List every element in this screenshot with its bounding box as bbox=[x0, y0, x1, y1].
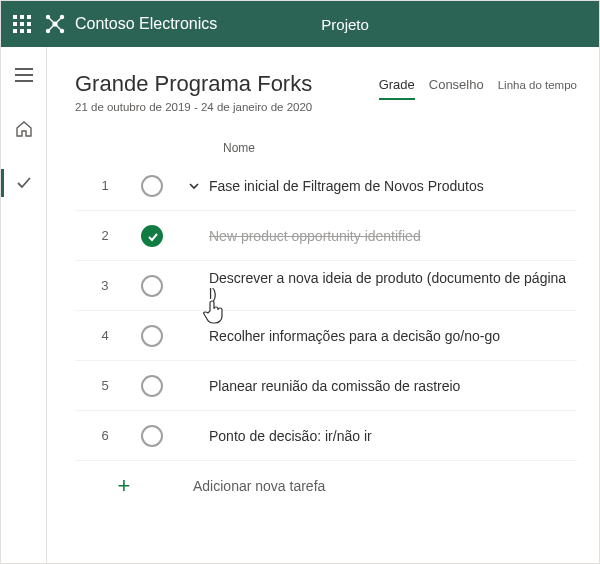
svg-line-6 bbox=[56, 18, 61, 23]
task-name: Ponto de decisão: ir/não ir bbox=[209, 428, 372, 444]
task-name: New product opportunity identified bbox=[209, 228, 421, 244]
row-number: 4 bbox=[75, 328, 135, 343]
task-complete-toggle[interactable] bbox=[141, 175, 163, 197]
row-number: 5 bbox=[75, 378, 135, 393]
table-row[interactable]: 1 Fase inicial de Filtragem de Novos Pro… bbox=[75, 161, 577, 211]
plus-icon: + bbox=[113, 475, 135, 497]
nav-home-button[interactable] bbox=[1, 111, 47, 147]
tab-timeline[interactable]: Linha do tempo bbox=[498, 79, 577, 97]
row-number: 6 bbox=[75, 428, 135, 443]
row-number: 1 bbox=[75, 178, 135, 193]
task-name: Descrever a nova ideia de produto (docum… bbox=[209, 270, 577, 302]
row-number: 2 bbox=[75, 228, 135, 243]
project-title: Grande Programa Forks bbox=[75, 71, 312, 97]
tab-grid[interactable]: Grade bbox=[379, 77, 415, 100]
task-name: Fase inicial de Filtragem de Novos Produ… bbox=[209, 178, 484, 194]
check-icon bbox=[146, 230, 160, 244]
task-complete-toggle[interactable] bbox=[141, 425, 163, 447]
task-name: Planear reunião da comissão de rastreio bbox=[209, 378, 460, 394]
app-name: Projeto bbox=[321, 16, 369, 33]
app-launcher-icon[interactable] bbox=[13, 15, 31, 33]
nav-menu-button[interactable] bbox=[1, 57, 47, 93]
nav-tasks-button[interactable] bbox=[1, 165, 47, 201]
home-icon bbox=[15, 120, 33, 138]
checkmark-icon bbox=[15, 174, 33, 192]
table-row[interactable]: 6 Ponto de decisão: ir/não ir bbox=[75, 411, 577, 461]
org-name: Contoso Electronics bbox=[75, 15, 217, 33]
row-number: 3 bbox=[75, 278, 135, 293]
svg-line-8 bbox=[56, 25, 61, 30]
svg-line-5 bbox=[49, 18, 54, 23]
table-row[interactable]: 4 Recolher informações para a decisão go… bbox=[75, 311, 577, 361]
task-list: 1 Fase inicial de Filtragem de Novos Pro… bbox=[75, 161, 577, 511]
top-bar: Contoso Electronics Projeto bbox=[1, 1, 599, 47]
project-date-range: 21 de outubro de 2019 - 24 de janeiro de… bbox=[75, 101, 312, 113]
chevron-down-icon bbox=[188, 180, 200, 192]
column-header-name: Nome bbox=[223, 141, 577, 155]
tab-board[interactable]: Conselho bbox=[429, 77, 484, 98]
task-complete-toggle[interactable] bbox=[141, 375, 163, 397]
add-task-button[interactable]: + Adicionar nova tarefa bbox=[75, 461, 577, 511]
table-row[interactable]: 3 Descrever a nova ideia de produto (doc… bbox=[75, 261, 577, 311]
table-row[interactable]: 5 Planear reunião da comissão de rastrei… bbox=[75, 361, 577, 411]
brand: Contoso Electronics bbox=[45, 14, 217, 34]
brand-logo-icon bbox=[45, 14, 65, 34]
task-name: Recolher informações para a decisão go/n… bbox=[209, 328, 500, 344]
add-task-label: Adicionar nova tarefa bbox=[193, 478, 325, 494]
hamburger-icon bbox=[15, 68, 33, 82]
view-tabs: Grade Conselho Linha do tempo bbox=[379, 77, 577, 100]
expand-toggle[interactable] bbox=[185, 180, 203, 192]
task-complete-toggle[interactable] bbox=[141, 225, 163, 247]
table-row[interactable]: 2 New product opportunity identified bbox=[75, 211, 577, 261]
svg-line-7 bbox=[49, 25, 54, 30]
task-complete-toggle[interactable] bbox=[141, 325, 163, 347]
main-content: Grande Programa Forks 21 de outubro de 2… bbox=[47, 47, 599, 563]
task-complete-toggle[interactable] bbox=[141, 275, 163, 297]
left-nav bbox=[1, 47, 47, 563]
